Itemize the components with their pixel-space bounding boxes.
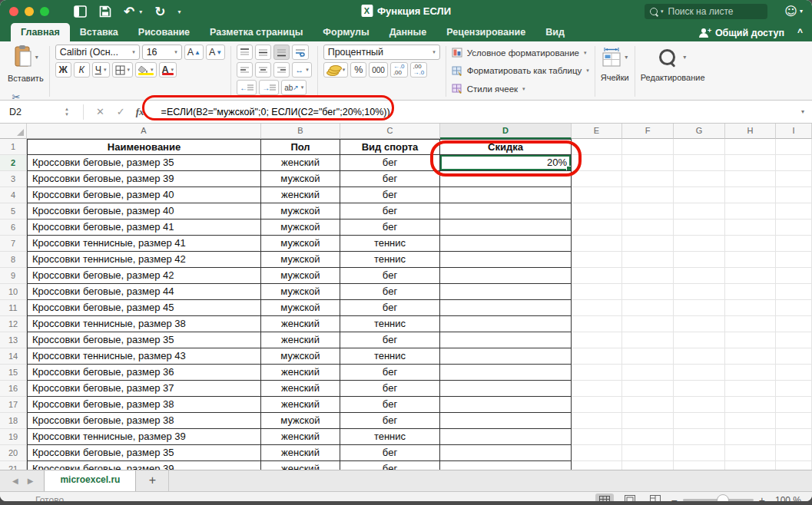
- cell-D11[interactable]: [440, 300, 572, 316]
- merge-dropdown-icon[interactable]: ▾: [306, 67, 309, 73]
- font-color-dropdown-icon[interactable]: ▾: [171, 67, 174, 73]
- row-header-13[interactable]: 13: [0, 332, 27, 348]
- cell-G19[interactable]: [674, 429, 725, 445]
- row-header-12[interactable]: 12: [0, 316, 27, 332]
- search-input[interactable]: ▾ Поиск на листе: [645, 4, 767, 19]
- zoom-slider[interactable]: [683, 499, 754, 501]
- cell-I4[interactable]: [776, 187, 812, 203]
- collapse-ribbon-icon[interactable]: ^: [797, 27, 803, 38]
- tab-рисование[interactable]: Рисование: [128, 23, 200, 41]
- cell-B4[interactable]: женский: [261, 187, 340, 203]
- redo-icon[interactable]: ↻: [154, 3, 165, 20]
- increase-indent-button[interactable]: →: [259, 80, 279, 95]
- row-header-11[interactable]: 11: [0, 300, 27, 316]
- align-top-button[interactable]: [237, 45, 253, 60]
- font-name-combo[interactable]: Calibri (Осн... ▾: [55, 45, 140, 60]
- cell-D14[interactable]: [440, 348, 572, 365]
- cell-A3[interactable]: Кроссовки беговые, размер 39: [27, 171, 261, 187]
- cell-G3[interactable]: [674, 171, 725, 187]
- cell-C15[interactable]: бег: [340, 365, 440, 381]
- cell-A6[interactable]: Кроссовки беговые, размер 41: [27, 219, 261, 236]
- undo-icon[interactable]: ↶: [124, 3, 134, 20]
- cell-C21[interactable]: бег: [340, 461, 440, 470]
- cell-D1[interactable]: Скидка: [440, 139, 572, 155]
- select-all-corner[interactable]: [0, 124, 27, 139]
- cell-A17[interactable]: Кроссовки беговые, размер 38: [27, 397, 261, 413]
- cell-C7[interactable]: теннис: [340, 236, 440, 252]
- align-middle-button[interactable]: [255, 45, 271, 60]
- paste-button[interactable]: ▾ Вставить: [8, 45, 44, 83]
- cell-B5[interactable]: мужской: [261, 203, 340, 219]
- cell-B18[interactable]: мужской: [261, 413, 340, 429]
- feedback-button[interactable]: ☺ ▾: [784, 4, 803, 18]
- zoom-slider-thumb[interactable]: [717, 494, 729, 501]
- row-header-2[interactable]: 2: [0, 155, 27, 171]
- bold-button[interactable]: Ж: [55, 62, 71, 78]
- cell-A15[interactable]: Кроссовки беговые, размер 36: [27, 365, 261, 381]
- cell-F9[interactable]: [622, 268, 674, 284]
- cell-E19[interactable]: [572, 429, 622, 445]
- cell-A13[interactable]: Кроссовки беговые, размер 35: [27, 332, 261, 348]
- cell-D20[interactable]: [440, 445, 572, 461]
- cell-D10[interactable]: [440, 284, 572, 300]
- cell-G17[interactable]: [674, 397, 725, 413]
- cell-B16[interactable]: женский: [261, 381, 340, 397]
- cell-C5[interactable]: бег: [340, 203, 440, 219]
- cell-I5[interactable]: [776, 203, 812, 219]
- wrap-text-button[interactable]: [292, 45, 309, 60]
- cell-B21[interactable]: женский: [261, 461, 340, 470]
- cell-G18[interactable]: [674, 413, 725, 429]
- cell-H20[interactable]: [725, 445, 776, 461]
- row-header-7[interactable]: 7: [0, 236, 27, 252]
- cell-D5[interactable]: [440, 203, 572, 219]
- cell-I16[interactable]: [776, 381, 812, 397]
- cell-E16[interactable]: [572, 381, 622, 397]
- cell-B1[interactable]: Пол: [261, 139, 340, 155]
- number-format-combo[interactable]: Процентный ▾: [323, 45, 440, 60]
- cell-styles-button[interactable]: Стили ячеек ▾: [452, 81, 589, 96]
- cell-I6[interactable]: [776, 219, 812, 236]
- cell-E17[interactable]: [572, 397, 622, 413]
- cell-I20[interactable]: [776, 445, 812, 461]
- row-header-16[interactable]: 16: [0, 381, 27, 397]
- cell-B13[interactable]: женский: [261, 332, 340, 348]
- sheet-nav-right-icon[interactable]: ▶: [28, 477, 34, 485]
- column-header-C[interactable]: C: [340, 124, 440, 139]
- format-as-table-button[interactable]: Форматировать как таблицу ▾: [452, 64, 589, 78]
- cell-H7[interactable]: [725, 236, 776, 252]
- cell-H4[interactable]: [725, 187, 776, 203]
- row-header-4[interactable]: 4: [0, 187, 27, 203]
- italic-button[interactable]: К: [74, 62, 90, 78]
- increase-font-button[interactable]: A▲: [184, 45, 204, 60]
- cell-H12[interactable]: [725, 316, 776, 332]
- cell-C6[interactable]: бег: [340, 219, 440, 236]
- cell-G4[interactable]: [674, 187, 725, 203]
- cell-D19[interactable]: [440, 429, 572, 445]
- cell-G1[interactable]: [674, 139, 725, 155]
- column-header-H[interactable]: H: [725, 124, 776, 139]
- tab-главная[interactable]: Главная: [11, 23, 70, 41]
- save-icon[interactable]: [99, 5, 111, 18]
- cell-F18[interactable]: [622, 413, 674, 429]
- cell-I17[interactable]: [776, 397, 812, 413]
- cell-C3[interactable]: бег: [340, 171, 440, 187]
- cell-F6[interactable]: [622, 219, 674, 236]
- cell-H8[interactable]: [725, 252, 776, 268]
- cell-C19[interactable]: теннис: [340, 429, 440, 445]
- increase-decimal-button[interactable]: ←.0,00: [390, 62, 408, 78]
- cell-H6[interactable]: [725, 219, 776, 236]
- cell-D21[interactable]: [440, 461, 572, 470]
- cell-I8[interactable]: [776, 252, 812, 268]
- cell-A2[interactable]: Кроссовки беговые, размер 35: [27, 155, 261, 171]
- cell-H18[interactable]: [725, 413, 776, 429]
- cell-E13[interactable]: [572, 332, 622, 348]
- cell-C4[interactable]: бег: [340, 187, 440, 203]
- font-size-combo[interactable]: 16 ▾: [142, 45, 182, 60]
- cell-G15[interactable]: [674, 365, 725, 381]
- decrease-indent-button[interactable]: ←: [237, 80, 257, 95]
- cell-G14[interactable]: [674, 348, 725, 365]
- conditional-formatting-button[interactable]: Условное форматирование ▾: [452, 45, 589, 60]
- row-header-15[interactable]: 15: [0, 365, 27, 381]
- cell-E5[interactable]: [572, 203, 622, 219]
- tab-формулы[interactable]: Формулы: [313, 23, 379, 41]
